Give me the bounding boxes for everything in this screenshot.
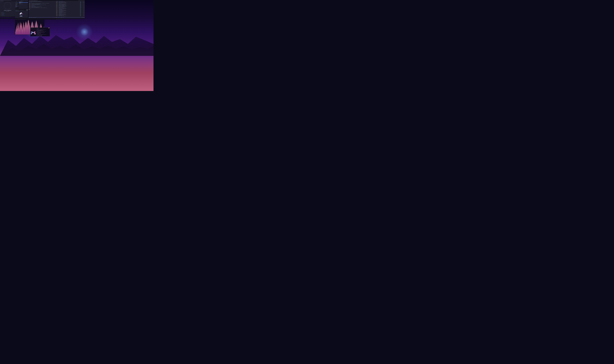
svg-rect-25 bbox=[21, 14, 22, 14]
bottom-tb-app: Youtube bbox=[16, 19, 17, 19]
svg-rect-18 bbox=[21, 13, 22, 14]
neofetch-panel: emmet@snowfire : ~ bbox=[30, 28, 50, 36]
bottom-tb-time: Sat 2023-11-04 02:13:20 PM bbox=[57, 19, 63, 19]
svg-rect-15 bbox=[20, 13, 21, 14]
svg-rect-27 bbox=[21, 16, 21, 16]
hyprland-logo-svg bbox=[31, 30, 36, 35]
git-merge-branch: gitea/main bbox=[30, 1, 33, 2]
svg-rect-29 bbox=[22, 16, 22, 16]
key-search: [o] bbox=[1, 12, 2, 13]
taskbar-icons-right: ◈ ◉ ⊡ bbox=[78, 0, 79, 0]
git-recent-label: Recent commits bbox=[29, 2, 32, 2]
git-todos-text: TODOs (14)_ bbox=[29, 9, 31, 9]
pokemon-sprite-svg bbox=[19, 12, 25, 17]
svg-rect-30 bbox=[22, 13, 22, 13]
bottom-section-taskbar: ▶ Youtube 100% ▣ 59% ▣ 104% ▣ 100% ▣ 1% … bbox=[15, 19, 63, 20]
svg-rect-10 bbox=[22, 13, 22, 13]
qute-statusbar: file:///home/emmet/.browser/Tech/config/… bbox=[0, 16, 15, 17]
svg-rect-13 bbox=[22, 13, 22, 13]
qute-welcome-title: Welcome to Qutebrowser bbox=[4, 10, 11, 11]
git-merge-line: Merge: gitea/main Fixed all screenshots … bbox=[29, 1, 56, 2]
svg-rect-37 bbox=[21, 14, 21, 14]
git-log-msg-29: Fixes org agenda following roam conta bbox=[59, 16, 80, 16]
pokemon-command: pokemon-colorscripts -n rapidash -f gala… bbox=[16, 10, 24, 11]
pokemon-color-bars bbox=[26, 10, 28, 10]
svg-rect-1 bbox=[21, 13, 22, 13]
svg-rect-40 bbox=[21, 16, 21, 17]
git-log-position: 1:0 Top bbox=[63, 17, 64, 18]
qute-content-area: Welcome to Qutebrowser Tech Profile [o] … bbox=[0, 1, 15, 16]
file-manager-body: ald-hope f-lock solarized-dark solarized… bbox=[15, 1, 28, 9]
svg-rect-2 bbox=[21, 13, 21, 13]
git-log-list: 4fb8338● Fixes the gitea/main github/maE… bbox=[56, 1, 85, 17]
taskbar-app-label: Youtube bbox=[1, 0, 2, 1]
svg-rect-0 bbox=[21, 13, 21, 13]
neofetch-grad-bar bbox=[48, 28, 50, 28]
svg-rect-31 bbox=[22, 13, 23, 14]
svg-rect-14 bbox=[20, 13, 20, 14]
label-quickmarks: [Quickmarks] bbox=[2, 13, 5, 13]
git-log-bullet-29: ● bbox=[58, 16, 59, 16]
git-log-time-29: 3 weeks bbox=[82, 16, 84, 16]
svg-rect-28 bbox=[21, 16, 22, 16]
svg-rect-20 bbox=[20, 14, 20, 14]
fm-file-name-yaml: uwunicorn-yt.yaml bbox=[19, 4, 22, 4]
monitor-divider-top bbox=[28, 0, 29, 19]
keybind-closetab: [x] [Close tab] bbox=[1, 15, 14, 16]
git-log-repo: .dotfiles bbox=[61, 17, 62, 18]
svg-rect-19 bbox=[22, 13, 22, 14]
svg-rect-9 bbox=[21, 13, 22, 13]
svg-rect-35 bbox=[20, 14, 20, 14]
svg-rect-23 bbox=[21, 14, 21, 14]
git-log-entries: 4fb8338● Fixes the gitea/main github/maE… bbox=[56, 1, 85, 16]
git-head-info: Head: main Fixed all screenshots to be o… bbox=[29, 1, 56, 2]
svg-rect-4 bbox=[21, 13, 22, 13]
svg-rect-34 bbox=[20, 14, 20, 14]
fm-file-size-polarity: 528 B bbox=[27, 2, 28, 3]
git-log-hash-29: fd13561 bbox=[56, 16, 58, 16]
svg-rect-42 bbox=[22, 16, 22, 17]
git-status-dot-pink bbox=[56, 17, 56, 18]
git-log-branch-indicator: ⎇ bbox=[58, 17, 58, 18]
tab-label-tech: Tech Profile bbox=[0, 1, 3, 1]
qute-moon-decoration bbox=[4, 2, 11, 9]
fm-statusbar: drawer-sr 1 emmet users 5 524 B 1596 fre… bbox=[15, 9, 28, 9]
git-commit-dee0888: dee0888 main gitea/main gitlab/main gith… bbox=[29, 3, 56, 8]
taskbar-time-right: Sat 2023-11-04 02:13:20 PM bbox=[80, 0, 84, 0]
label-closetab: [Close tab] bbox=[2, 15, 4, 16]
pokemon-title-path: ~ bbox=[19, 10, 19, 10]
key-newtab: [t] bbox=[1, 14, 2, 15]
fm-status-text: drawer-sr 1 emmet users 5 524 B 1596 fre… bbox=[15, 9, 24, 9]
svg-rect-33 bbox=[23, 14, 23, 14]
taskbar-icons-left: ◈ ◉ ⊡ ≡ bbox=[21, 0, 22, 1]
git-status-branch-label: ⎇ bbox=[31, 17, 31, 18]
neofetch-res-key: Resolution: bbox=[37, 32, 39, 33]
svg-rect-7 bbox=[21, 13, 21, 13]
mountain-svg bbox=[0, 32, 154, 56]
pokemon-terminal-panel: emmet@snowfire : ~ pokemon-colorscripts … bbox=[15, 10, 28, 18]
git-cursor-block bbox=[29, 9, 29, 10]
label-newtab: [New tab] bbox=[2, 14, 4, 15]
label-search: [Search] bbox=[2, 12, 4, 13]
svg-marker-48 bbox=[34, 33, 36, 35]
svg-rect-3 bbox=[21, 13, 21, 13]
svg-rect-22 bbox=[20, 14, 21, 14]
fm-sidebar-item-yoru[interactable]: yoru bbox=[15, 7, 19, 8]
pokemon-title-sep: : bbox=[18, 10, 19, 10]
git-merge-msg: Fixed all screenshots to be on gh backen… bbox=[33, 1, 42, 2]
git-log-row-29: fd13561● Fixes org agenda following roam… bbox=[56, 16, 85, 16]
bottom-tb-icons: ◈ ◉ ⊡ ≡ bbox=[56, 19, 57, 19]
fm-file-yaml[interactable]: uwunicorn-yt.yaml bbox=[19, 4, 28, 4]
git-status-pane: Head: main Fixed all screenshots to be o… bbox=[29, 1, 56, 18]
git-status-position: 32:0 All bbox=[35, 17, 36, 18]
git-main-body: Head: main Fixed all screenshots to be o… bbox=[29, 1, 85, 18]
git-mode-magit: Magit bbox=[55, 17, 56, 18]
key-closetab: [x] bbox=[1, 15, 2, 16]
neofetch-info-area: emmet@snowfire -------------- OS: NixOS … bbox=[36, 28, 50, 36]
git-log-count: 11k bbox=[57, 17, 57, 18]
fm-path: /home/emmet/.dotfiles/themes/uwunicorn-y… bbox=[15, 1, 23, 1]
label-history: [History] bbox=[2, 14, 4, 14]
svg-rect-36 bbox=[20, 14, 21, 14]
pokemon-title-user: emmet@snowfire bbox=[15, 10, 18, 10]
svg-marker-47 bbox=[31, 33, 32, 35]
